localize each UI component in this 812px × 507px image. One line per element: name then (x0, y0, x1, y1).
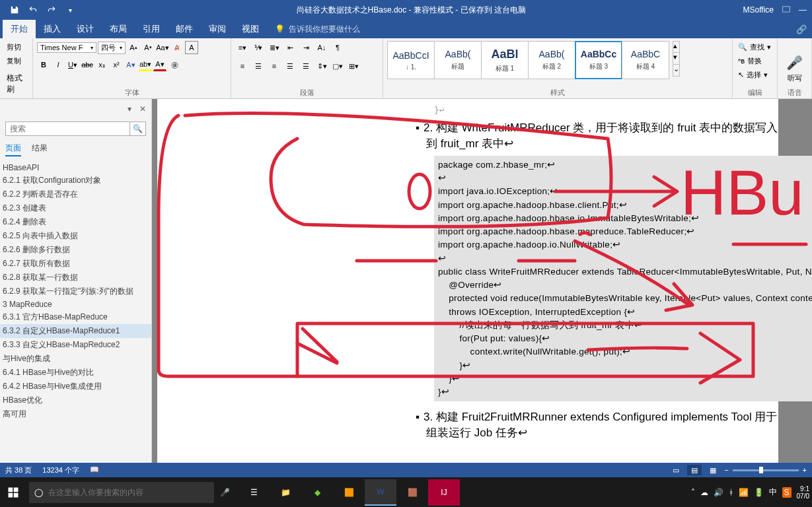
tab-design[interactable]: 设计 (69, 20, 102, 38)
nav-tree-item[interactable]: 与Hive的集成 (0, 352, 151, 366)
taskbar-search-input[interactable] (48, 488, 209, 497)
style-item[interactable]: AaBbCc标题 3 (575, 41, 622, 79)
ribbon-display-icon[interactable] (782, 5, 791, 16)
bold-button[interactable]: B (37, 58, 50, 71)
style-item[interactable]: AaBb(标题 2 (528, 41, 575, 79)
nav-tree-item[interactable]: 高可用 (0, 407, 151, 421)
find-button[interactable]: 🔍查找▾ (737, 41, 772, 53)
nav-close-icon[interactable]: ✕ (139, 104, 146, 114)
underline-button[interactable]: U▾ (66, 58, 79, 71)
app-icon-1[interactable]: ◆ (301, 479, 333, 506)
nav-tree-item[interactable]: 6.2.2 判断表是否存在 (0, 187, 151, 201)
word-count[interactable]: 13234 个字 (42, 465, 79, 475)
nav-tab-pages[interactable]: 页面 (5, 143, 21, 156)
font-size-combo[interactable]: 四号▾ (98, 42, 126, 54)
intellij-icon[interactable]: IJ (428, 479, 460, 506)
nav-tree-item[interactable]: 6.2.9 获取某一行指定"列族:列"的数据 (0, 285, 151, 298)
show-marks-button[interactable]: ¶ (330, 41, 345, 54)
share-icon[interactable]: 🔗 (796, 24, 807, 34)
phonetic-guide-button[interactable]: A (185, 41, 198, 54)
network-icon[interactable]: 📶 (739, 488, 749, 497)
nav-dropdown-icon[interactable]: ▾ (128, 104, 131, 114)
style-item[interactable]: AaBbC标题 4 (622, 41, 669, 79)
enclose-char-button[interactable]: ㊝ (168, 58, 181, 71)
subscript-button[interactable]: x₂ (95, 58, 108, 71)
zoom-out-icon[interactable]: − (724, 466, 728, 474)
change-case-button[interactable]: Aa▾ (156, 41, 169, 54)
justify-button[interactable]: ☰ (283, 59, 297, 73)
tell-me-search[interactable]: 💡 告诉我你想要做什么 (275, 24, 360, 35)
style-item[interactable]: AaBb(标题 (434, 41, 482, 79)
styles-row-up-icon[interactable]: ▴ (673, 41, 680, 53)
nav-tree-item[interactable]: 6.2.1 获取Configuration对象 (0, 174, 151, 187)
nav-tree-item[interactable]: 3 MapReduce (0, 298, 151, 310)
minimize-icon[interactable]: — (799, 5, 807, 15)
font-family-combo[interactable]: Times New F▾ (37, 42, 96, 53)
word-app-icon[interactable]: W (365, 479, 396, 506)
strikethrough-button[interactable]: abc (81, 58, 94, 71)
copy-button[interactable]: 复制 (4, 55, 24, 67)
borders-button[interactable]: ⊞▾ (346, 59, 361, 73)
line-spacing-button[interactable]: ⇕▾ (314, 59, 329, 73)
tab-insert[interactable]: 插入 (36, 20, 69, 38)
task-view-icon[interactable]: ☰ (238, 479, 270, 506)
bullets-button[interactable]: ≡▾ (235, 41, 250, 54)
page-count[interactable]: 共 38 页 (5, 465, 32, 475)
select-button[interactable]: ↖选择▾ (737, 69, 769, 81)
nav-tree-item[interactable]: 6.2.3 创建表 (0, 201, 151, 215)
tab-mailings[interactable]: 邮件 (168, 20, 201, 38)
decrease-indent-button[interactable]: ⇤ (283, 41, 297, 54)
save-icon[interactable] (5, 1, 24, 19)
app-icon-3[interactable]: 🟫 (396, 479, 428, 506)
text-effects-button[interactable]: A▾ (124, 58, 137, 71)
tab-layout[interactable]: 布局 (102, 20, 135, 38)
redo-icon[interactable] (42, 1, 61, 19)
nav-tree-item[interactable]: 6.2.6 删除多行数据 (0, 243, 151, 257)
spellcheck-icon[interactable]: 📖 (90, 465, 99, 475)
nav-tree-item[interactable]: 6.3.2 自定义HBase-MapReduce1 (0, 324, 151, 338)
nav-tree-item[interactable]: 6.2.5 向表中插入数据 (0, 229, 151, 243)
nav-tree-item[interactable]: 6.2.8 获取某一行数据 (0, 271, 151, 285)
start-button[interactable] (0, 479, 26, 506)
font-color-button[interactable]: A▾ (153, 58, 166, 71)
volume-icon[interactable]: 🔊 (714, 488, 723, 497)
file-explorer-icon[interactable]: 📁 (270, 479, 301, 506)
styles-gallery[interactable]: AaBbCcI↓ 1.AaBb(标题AaBl标题 1AaBb(标题 2AaBbC… (387, 41, 669, 79)
web-layout-icon[interactable]: ▦ (706, 465, 720, 475)
nav-tree-item[interactable]: 6.4.2 HBase与Hive集成使用 (0, 380, 151, 393)
highlight-button[interactable]: ab▾ (139, 58, 152, 71)
align-center-button[interactable]: ☰ (251, 59, 266, 73)
ime-icon[interactable]: 中 (769, 487, 777, 498)
app-icon-2[interactable]: 🟧 (333, 479, 365, 506)
read-mode-icon[interactable]: ▭ (669, 465, 683, 475)
dictate-icon[interactable]: 🎤 (786, 55, 803, 71)
nav-tab-results[interactable]: 结果 (32, 143, 48, 156)
nav-search-go-button[interactable]: 🔍 (130, 121, 146, 136)
nav-search-input[interactable] (5, 121, 130, 136)
nav-tree-item[interactable]: 6.4.1 HBase与Hive的对比 (0, 366, 151, 380)
styles-more-icon[interactable]: ⌄ (673, 65, 680, 77)
tray-up-icon[interactable]: ˄ (691, 488, 695, 497)
shrink-font-button[interactable]: A▾ (141, 41, 155, 54)
grow-font-button[interactable]: A▴ (127, 41, 140, 54)
tab-home[interactable]: 开始 (3, 20, 36, 38)
undo-icon[interactable] (24, 1, 42, 19)
replace-button[interactable]: ᵃʙ替换 (737, 55, 763, 67)
user-label[interactable]: MSoffice (743, 5, 774, 15)
nav-tree-item[interactable]: 6.2.4 删除表 (0, 215, 151, 229)
numbering-button[interactable]: ⅟▾ (251, 41, 266, 54)
battery-icon[interactable]: 🔋 (754, 488, 764, 497)
nav-tree-item[interactable]: 6.3.1 官方HBase-MapReduce (0, 310, 151, 324)
document-area[interactable]: }↩ ▪2. 构建 WriteFruitMRReducer 类，用于将读取到的 … (152, 99, 812, 463)
sogou-icon[interactable]: S (782, 487, 792, 498)
nav-tree-item[interactable]: 6.2.7 获取所有数据 (0, 257, 151, 271)
increase-indent-button[interactable]: ⇥ (299, 41, 313, 54)
distributed-button[interactable]: ☰ (299, 59, 313, 73)
clear-formatting-button[interactable]: A̷ (170, 41, 184, 54)
style-item[interactable]: AaBl标题 1 (481, 41, 529, 79)
multilevel-button[interactable]: ≣▾ (267, 41, 281, 54)
print-layout-icon[interactable]: ▤ (687, 465, 702, 475)
style-item[interactable]: AaBbCcI↓ 1. (387, 41, 435, 79)
italic-button[interactable]: I (52, 58, 65, 71)
taskbar-search[interactable]: ◯ (29, 482, 214, 503)
